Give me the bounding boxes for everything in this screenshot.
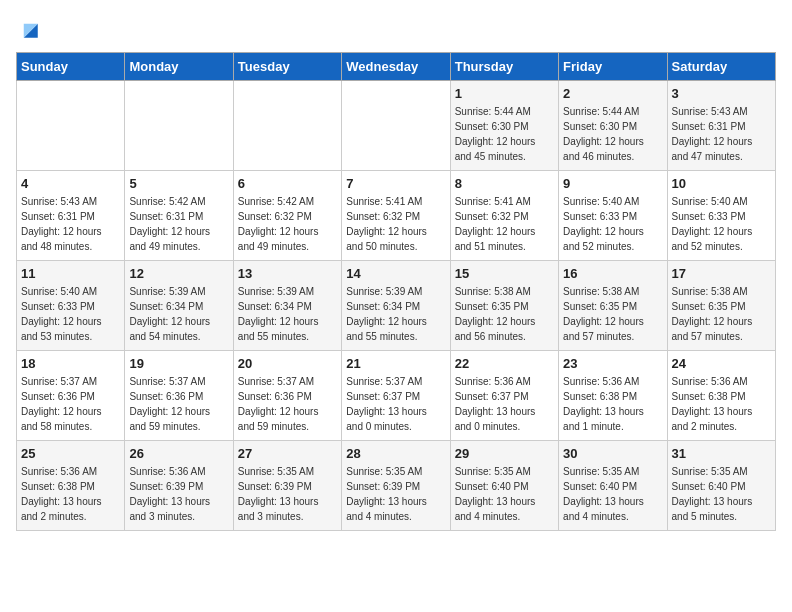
day-info: Sunrise: 5:44 AMSunset: 6:30 PMDaylight:… [563, 104, 662, 164]
day-info: Sunrise: 5:37 AMSunset: 6:36 PMDaylight:… [238, 374, 337, 434]
day-number: 4 [21, 176, 120, 191]
day-info: Sunrise: 5:37 AMSunset: 6:36 PMDaylight:… [21, 374, 120, 434]
week-row-2: 4Sunrise: 5:43 AMSunset: 6:31 PMDaylight… [17, 171, 776, 261]
calendar-cell: 29Sunrise: 5:35 AMSunset: 6:40 PMDayligh… [450, 441, 558, 531]
calendar-cell: 18Sunrise: 5:37 AMSunset: 6:36 PMDayligh… [17, 351, 125, 441]
weekday-header-monday: Monday [125, 53, 233, 81]
calendar-cell: 8Sunrise: 5:41 AMSunset: 6:32 PMDaylight… [450, 171, 558, 261]
day-number: 25 [21, 446, 120, 461]
calendar-cell: 3Sunrise: 5:43 AMSunset: 6:31 PMDaylight… [667, 81, 775, 171]
calendar-cell: 23Sunrise: 5:36 AMSunset: 6:38 PMDayligh… [559, 351, 667, 441]
page-header [16, 16, 776, 44]
day-number: 1 [455, 86, 554, 101]
calendar-cell: 15Sunrise: 5:38 AMSunset: 6:35 PMDayligh… [450, 261, 558, 351]
day-info: Sunrise: 5:38 AMSunset: 6:35 PMDaylight:… [455, 284, 554, 344]
day-number: 3 [672, 86, 771, 101]
calendar-cell: 7Sunrise: 5:41 AMSunset: 6:32 PMDaylight… [342, 171, 450, 261]
calendar-cell: 21Sunrise: 5:37 AMSunset: 6:37 PMDayligh… [342, 351, 450, 441]
day-info: Sunrise: 5:36 AMSunset: 6:37 PMDaylight:… [455, 374, 554, 434]
calendar-cell [125, 81, 233, 171]
day-number: 9 [563, 176, 662, 191]
day-number: 17 [672, 266, 771, 281]
day-info: Sunrise: 5:36 AMSunset: 6:38 PMDaylight:… [672, 374, 771, 434]
day-info: Sunrise: 5:37 AMSunset: 6:36 PMDaylight:… [129, 374, 228, 434]
day-number: 31 [672, 446, 771, 461]
day-info: Sunrise: 5:42 AMSunset: 6:32 PMDaylight:… [238, 194, 337, 254]
calendar-cell: 6Sunrise: 5:42 AMSunset: 6:32 PMDaylight… [233, 171, 341, 261]
day-number: 12 [129, 266, 228, 281]
day-info: Sunrise: 5:39 AMSunset: 6:34 PMDaylight:… [238, 284, 337, 344]
calendar-cell: 10Sunrise: 5:40 AMSunset: 6:33 PMDayligh… [667, 171, 775, 261]
calendar-cell: 16Sunrise: 5:38 AMSunset: 6:35 PMDayligh… [559, 261, 667, 351]
calendar-cell: 27Sunrise: 5:35 AMSunset: 6:39 PMDayligh… [233, 441, 341, 531]
calendar-cell: 19Sunrise: 5:37 AMSunset: 6:36 PMDayligh… [125, 351, 233, 441]
day-number: 7 [346, 176, 445, 191]
day-info: Sunrise: 5:38 AMSunset: 6:35 PMDaylight:… [563, 284, 662, 344]
calendar-cell: 13Sunrise: 5:39 AMSunset: 6:34 PMDayligh… [233, 261, 341, 351]
calendar-cell: 2Sunrise: 5:44 AMSunset: 6:30 PMDaylight… [559, 81, 667, 171]
weekday-header-friday: Friday [559, 53, 667, 81]
day-number: 10 [672, 176, 771, 191]
calendar-cell: 22Sunrise: 5:36 AMSunset: 6:37 PMDayligh… [450, 351, 558, 441]
day-number: 2 [563, 86, 662, 101]
day-number: 8 [455, 176, 554, 191]
day-number: 18 [21, 356, 120, 371]
day-number: 23 [563, 356, 662, 371]
calendar-cell: 1Sunrise: 5:44 AMSunset: 6:30 PMDaylight… [450, 81, 558, 171]
calendar-cell: 9Sunrise: 5:40 AMSunset: 6:33 PMDaylight… [559, 171, 667, 261]
day-info: Sunrise: 5:41 AMSunset: 6:32 PMDaylight:… [455, 194, 554, 254]
day-number: 14 [346, 266, 445, 281]
calendar-cell [342, 81, 450, 171]
calendar-cell [233, 81, 341, 171]
day-info: Sunrise: 5:36 AMSunset: 6:38 PMDaylight:… [563, 374, 662, 434]
day-number: 24 [672, 356, 771, 371]
day-info: Sunrise: 5:35 AMSunset: 6:40 PMDaylight:… [563, 464, 662, 524]
day-info: Sunrise: 5:35 AMSunset: 6:40 PMDaylight:… [455, 464, 554, 524]
day-info: Sunrise: 5:43 AMSunset: 6:31 PMDaylight:… [672, 104, 771, 164]
day-info: Sunrise: 5:36 AMSunset: 6:38 PMDaylight:… [21, 464, 120, 524]
calendar-cell: 26Sunrise: 5:36 AMSunset: 6:39 PMDayligh… [125, 441, 233, 531]
week-row-4: 18Sunrise: 5:37 AMSunset: 6:36 PMDayligh… [17, 351, 776, 441]
logo-icon [16, 16, 44, 44]
calendar-cell: 11Sunrise: 5:40 AMSunset: 6:33 PMDayligh… [17, 261, 125, 351]
day-info: Sunrise: 5:44 AMSunset: 6:30 PMDaylight:… [455, 104, 554, 164]
day-number: 15 [455, 266, 554, 281]
day-info: Sunrise: 5:35 AMSunset: 6:39 PMDaylight:… [346, 464, 445, 524]
week-row-5: 25Sunrise: 5:36 AMSunset: 6:38 PMDayligh… [17, 441, 776, 531]
day-info: Sunrise: 5:43 AMSunset: 6:31 PMDaylight:… [21, 194, 120, 254]
logo [16, 16, 48, 44]
day-info: Sunrise: 5:36 AMSunset: 6:39 PMDaylight:… [129, 464, 228, 524]
weekday-header-thursday: Thursday [450, 53, 558, 81]
day-number: 5 [129, 176, 228, 191]
day-info: Sunrise: 5:37 AMSunset: 6:37 PMDaylight:… [346, 374, 445, 434]
calendar-table: SundayMondayTuesdayWednesdayThursdayFrid… [16, 52, 776, 531]
calendar-cell: 25Sunrise: 5:36 AMSunset: 6:38 PMDayligh… [17, 441, 125, 531]
calendar-cell: 12Sunrise: 5:39 AMSunset: 6:34 PMDayligh… [125, 261, 233, 351]
calendar-cell: 20Sunrise: 5:37 AMSunset: 6:36 PMDayligh… [233, 351, 341, 441]
day-info: Sunrise: 5:40 AMSunset: 6:33 PMDaylight:… [563, 194, 662, 254]
week-row-3: 11Sunrise: 5:40 AMSunset: 6:33 PMDayligh… [17, 261, 776, 351]
weekday-header-wednesday: Wednesday [342, 53, 450, 81]
day-number: 11 [21, 266, 120, 281]
day-info: Sunrise: 5:39 AMSunset: 6:34 PMDaylight:… [346, 284, 445, 344]
day-info: Sunrise: 5:38 AMSunset: 6:35 PMDaylight:… [672, 284, 771, 344]
day-info: Sunrise: 5:35 AMSunset: 6:39 PMDaylight:… [238, 464, 337, 524]
calendar-cell [17, 81, 125, 171]
day-number: 6 [238, 176, 337, 191]
calendar-cell: 4Sunrise: 5:43 AMSunset: 6:31 PMDaylight… [17, 171, 125, 261]
day-number: 22 [455, 356, 554, 371]
weekday-header-row: SundayMondayTuesdayWednesdayThursdayFrid… [17, 53, 776, 81]
day-number: 29 [455, 446, 554, 461]
day-number: 16 [563, 266, 662, 281]
calendar-cell: 5Sunrise: 5:42 AMSunset: 6:31 PMDaylight… [125, 171, 233, 261]
day-number: 27 [238, 446, 337, 461]
weekday-header-tuesday: Tuesday [233, 53, 341, 81]
calendar-cell: 28Sunrise: 5:35 AMSunset: 6:39 PMDayligh… [342, 441, 450, 531]
day-number: 26 [129, 446, 228, 461]
calendar-cell: 31Sunrise: 5:35 AMSunset: 6:40 PMDayligh… [667, 441, 775, 531]
day-info: Sunrise: 5:35 AMSunset: 6:40 PMDaylight:… [672, 464, 771, 524]
calendar-cell: 14Sunrise: 5:39 AMSunset: 6:34 PMDayligh… [342, 261, 450, 351]
calendar-cell: 24Sunrise: 5:36 AMSunset: 6:38 PMDayligh… [667, 351, 775, 441]
day-number: 28 [346, 446, 445, 461]
calendar-cell: 17Sunrise: 5:38 AMSunset: 6:35 PMDayligh… [667, 261, 775, 351]
